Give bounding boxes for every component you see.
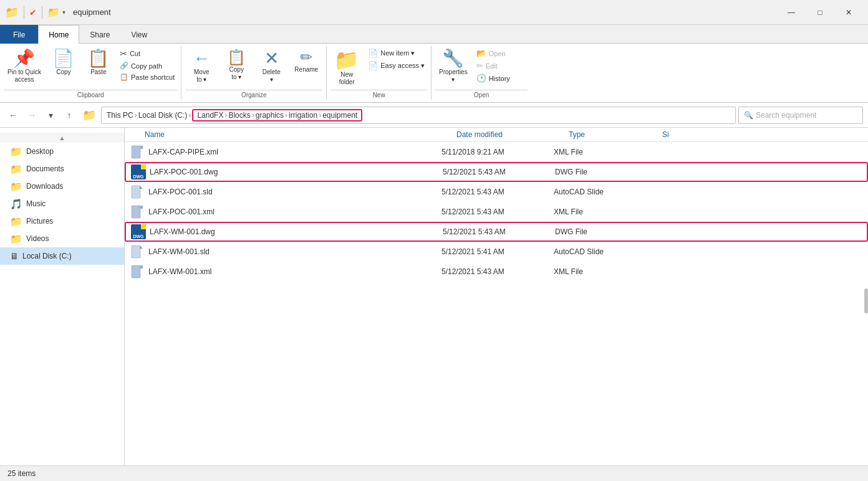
file-rows-container: LAFX-CAP-PIPE.xml 5/11/2018 9:21 AM XML …	[125, 142, 868, 282]
edit-button[interactable]: ✏ Edit	[474, 60, 513, 72]
table-row[interactable]: DWG LAFX-WM-001.dwg 5/12/2021 5:43 AM DW…	[125, 222, 868, 242]
sld-icon	[130, 184, 145, 199]
breadcrumb-blocks[interactable]: Blocks	[228, 111, 250, 120]
documents-folder-icon: 📁	[10, 163, 22, 175]
paste-shortcut-button[interactable]: 📋 Paste shortcut	[117, 72, 177, 82]
history-label: History	[489, 75, 510, 82]
tab-file[interactable]: File	[0, 25, 38, 44]
svg-rect-7	[140, 206, 143, 209]
breadcrumb-local-disk[interactable]: Local Disk (C:)	[138, 111, 188, 120]
sidebar-item-documents-label: Documents	[26, 164, 64, 173]
close-button[interactable]: ✕	[834, 3, 863, 22]
open-small-buttons: 📂 Open ✏ Edit 🕐 History	[474, 47, 513, 84]
clipboard-small-buttons: ✂ Cut 🔗 Copy path 📋 Paste shortcut	[117, 47, 177, 82]
move-to-button[interactable]: ← Moveto ▾	[185, 47, 218, 86]
music-folder-icon: 🎵	[10, 198, 22, 210]
sidebar-item-local-disk[interactable]: 🖥 Local Disk (C:)	[0, 247, 124, 265]
item-count: 25 items	[7, 469, 36, 478]
breadcrumb-landfx[interactable]: LandFX	[197, 111, 223, 120]
header-date[interactable]: Date modified	[456, 130, 569, 139]
tab-share[interactable]: Share	[79, 25, 120, 44]
file-type: AutoCAD Slide	[554, 247, 647, 256]
dwg-icon: DWG	[131, 224, 146, 239]
file-type: DWG File	[555, 168, 649, 176]
edit-icon: ✏	[476, 61, 483, 70]
file-icon	[130, 244, 145, 259]
search-bar[interactable]: 🔍 Search equipment	[738, 107, 863, 124]
breadcrumb-equipment[interactable]: equipment	[322, 111, 357, 120]
new-group: 📁 Newfolder 📄 New item ▾ 📄 Easy access ▾…	[327, 46, 432, 100]
rename-button[interactable]: ✏ Rename	[290, 47, 322, 76]
sidebar-item-desktop[interactable]: 📁 Desktop	[0, 143, 124, 160]
delete-button[interactable]: ✕ Delete▾	[255, 47, 287, 86]
pin-label: Pin to Quickaccess	[7, 69, 41, 83]
move-to-icon: ←	[193, 50, 210, 67]
copy-button[interactable]: 📄 Copy	[47, 47, 80, 79]
dwg-icon: DWG	[131, 164, 146, 179]
breadcrumb-bar[interactable]: This PC › Local Disk (C:) › LandFX › Blo…	[101, 107, 736, 124]
paste-button[interactable]: 📋 Paste	[82, 47, 115, 79]
breadcrumb-this-pc[interactable]: This PC	[107, 111, 133, 120]
breadcrumb-sep6: ›	[319, 111, 321, 120]
table-row[interactable]: LAFX-CAP-PIPE.xml 5/11/2018 9:21 AM XML …	[125, 142, 868, 162]
forward-button[interactable]: →	[24, 107, 40, 123]
tab-view[interactable]: View	[120, 25, 158, 44]
sidebar-item-downloads[interactable]: 📁 Downloads	[0, 178, 124, 195]
copy-to-button[interactable]: 📋 Copyto ▾	[220, 47, 253, 83]
properties-button[interactable]: 🔧 Properties▾	[435, 47, 471, 86]
cut-button[interactable]: ✂ Cut	[117, 47, 177, 60]
table-row[interactable]: LAFX-POC-001.xml 5/12/2021 5:43 AM XML F…	[125, 202, 868, 222]
up-button[interactable]: ↑	[61, 107, 77, 123]
new-folder-button[interactable]: 📁 Newfolder	[330, 47, 363, 88]
maximize-button[interactable]: □	[806, 3, 834, 22]
file-type: DWG File	[555, 227, 649, 236]
paste-area: 📋 Paste ✂ Cut 🔗 Copy path 📋 Paste shortc…	[82, 47, 177, 82]
file-icon	[130, 145, 145, 160]
file-date: 5/12/2021 5:43 AM	[441, 207, 554, 216]
breadcrumb-irrigation[interactable]: irrigation	[289, 111, 317, 120]
sidebar-item-pictures-label: Pictures	[26, 217, 53, 226]
nav-folder-icon: 📁	[82, 108, 96, 122]
sidebar-item-documents[interactable]: 📁 Documents	[0, 160, 124, 178]
ribbon: 📌 Pin to Quickaccess 📄 Copy 📋 Paste ✂ Cu…	[0, 44, 868, 103]
new-item-icon: 📄	[368, 49, 378, 58]
copy-path-button[interactable]: 🔗 Copy path	[117, 60, 177, 71]
sidebar-item-videos[interactable]: 📁 Videos	[0, 230, 124, 247]
sidebar-item-local-disk-label: Local Disk (C:)	[22, 252, 72, 260]
tab-home[interactable]: Home	[38, 25, 79, 44]
local-disk-icon: 🖥	[10, 251, 19, 261]
file-date: 5/12/2021 5:43 AM	[443, 227, 555, 236]
sidebar-item-music[interactable]: 🎵 Music	[0, 195, 124, 212]
title-separator2	[42, 6, 42, 19]
header-type[interactable]: Type	[569, 130, 662, 139]
minimize-button[interactable]: —	[777, 3, 806, 22]
ribbon-tabs: File Home Share View	[0, 25, 868, 44]
pin-to-quick-access-button[interactable]: 📌 Pin to Quickaccess	[4, 47, 45, 86]
sidebar-item-pictures[interactable]: 📁 Pictures	[0, 212, 124, 230]
history-icon: 🕐	[476, 74, 486, 83]
table-row[interactable]: DWG LAFX-POC-001.dwg 5/12/2021 5:43 AM D…	[125, 162, 868, 182]
back-button[interactable]: ←	[5, 107, 21, 123]
file-type: XML File	[554, 267, 647, 276]
copy-label: Copy	[56, 69, 70, 76]
file-name: LAFX-CAP-PIPE.xml	[148, 148, 441, 156]
history-button[interactable]: 🕐 History	[474, 72, 513, 84]
dropdown-arrow[interactable]: ▾	[62, 9, 65, 16]
header-size[interactable]: Si	[662, 130, 669, 139]
new-item-button[interactable]: 📄 New item ▾	[365, 47, 427, 59]
header-name[interactable]: Name	[145, 130, 456, 139]
breadcrumb-graphics[interactable]: graphics	[256, 111, 284, 120]
open-file-button[interactable]: 📂 Open	[474, 47, 513, 59]
scroll-up-button[interactable]: ▲	[0, 133, 124, 143]
breadcrumb-sep4: ›	[252, 111, 254, 120]
easy-access-button[interactable]: 📄 Easy access ▾	[365, 60, 427, 72]
copy-path-label: Copy path	[131, 62, 162, 70]
table-row[interactable]: LAFX-POC-001.sld 5/12/2021 5:43 AM AutoC…	[125, 182, 868, 202]
table-row[interactable]: LAFX-WM-001.xml 5/12/2021 5:43 AM XML Fi…	[125, 262, 868, 282]
recent-locations-button[interactable]: ▾	[42, 107, 59, 123]
file-icon: DWG	[131, 164, 146, 179]
copy-to-label: Copyto ▾	[229, 66, 244, 81]
breadcrumb-highlighted[interactable]: LandFX › Blocks › graphics › irrigation …	[192, 109, 362, 121]
table-row[interactable]: LAFX-WM-001.sld 5/12/2021 5:41 AM AutoCA…	[125, 242, 868, 262]
new-label: New	[330, 90, 427, 98]
